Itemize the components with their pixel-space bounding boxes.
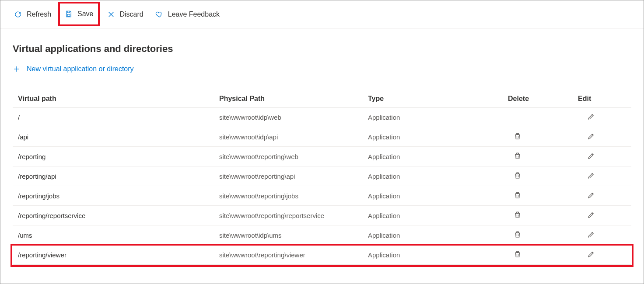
save-icon bbox=[64, 10, 73, 18]
pencil-icon bbox=[587, 152, 595, 161]
col-physical-path: Physical Path bbox=[219, 95, 368, 103]
trash-icon bbox=[514, 172, 522, 181]
table-row: /reportingsite\wwwroot\reporting\webAppl… bbox=[13, 147, 631, 166]
cell-virtual-path: /reporting/reportservice bbox=[18, 212, 219, 219]
plus-icon bbox=[13, 65, 21, 73]
pencil-icon bbox=[587, 231, 595, 240]
edit-button[interactable] bbox=[584, 249, 598, 260]
cell-delete bbox=[508, 249, 578, 260]
cell-virtual-path: /reporting/viewer bbox=[18, 251, 219, 259]
cell-type: Application bbox=[368, 212, 508, 219]
cell-physical-path: site\wwwroot\reporting\web bbox=[219, 153, 368, 160]
virtual-apps-table: Virtual path Physical Path Type Delete E… bbox=[13, 90, 631, 265]
cell-delete bbox=[508, 230, 578, 240]
delete-button[interactable] bbox=[511, 210, 525, 221]
pencil-icon bbox=[587, 132, 595, 142]
cell-virtual-path: /ums bbox=[18, 232, 219, 239]
pencil-icon bbox=[587, 113, 595, 122]
col-virtual-path: Virtual path bbox=[18, 95, 219, 103]
cell-physical-path: site\wwwroot\reporting\api bbox=[219, 173, 368, 180]
trash-icon bbox=[514, 132, 522, 142]
pencil-icon bbox=[587, 191, 595, 201]
trash-icon bbox=[514, 231, 522, 240]
cell-virtual-path: /api bbox=[18, 133, 219, 141]
col-delete: Delete bbox=[508, 95, 578, 103]
cell-virtual-path: /reporting/jobs bbox=[18, 192, 219, 200]
delete-button[interactable] bbox=[511, 190, 525, 201]
table-row: /umssite\wwwroot\idp\umsApplication bbox=[13, 225, 631, 245]
cell-edit bbox=[578, 132, 626, 142]
cell-type: Application bbox=[368, 232, 508, 239]
edit-button[interactable] bbox=[584, 190, 598, 201]
heart-icon bbox=[155, 10, 164, 19]
trash-icon bbox=[514, 211, 522, 220]
cell-physical-path: site\wwwroot\idp\web bbox=[219, 114, 368, 121]
delete-button[interactable] bbox=[511, 249, 525, 260]
refresh-label: Refresh bbox=[27, 10, 51, 18]
cell-virtual-path: /reporting bbox=[18, 153, 219, 160]
page-title: Virtual applications and directories bbox=[13, 43, 631, 55]
table-row: /reporting/apisite\wwwroot\reporting\api… bbox=[13, 166, 631, 186]
toolbar: Refresh Save Discard bbox=[0, 0, 644, 28]
table-row: /site\wwwroot\idp\webApplication bbox=[13, 107, 631, 127]
table-row: /apisite\wwwroot\idp\apiApplication bbox=[13, 127, 631, 147]
cell-physical-path: site\wwwroot\idp\api bbox=[219, 133, 368, 141]
edit-button[interactable] bbox=[584, 151, 598, 162]
cell-physical-path: site\wwwroot\idp\ums bbox=[219, 232, 368, 239]
edit-button[interactable] bbox=[584, 230, 598, 240]
delete-button[interactable] bbox=[511, 230, 525, 240]
save-button[interactable]: Save bbox=[58, 2, 99, 26]
table-row: /reporting/jobssite\wwwroot\reporting\jo… bbox=[13, 186, 631, 206]
cell-delete bbox=[508, 171, 578, 181]
cell-edit bbox=[578, 249, 626, 260]
content-area: Virtual applications and directories New… bbox=[0, 28, 644, 265]
cell-delete bbox=[508, 190, 578, 201]
feedback-label: Leave Feedback bbox=[168, 10, 220, 18]
cell-edit bbox=[578, 112, 626, 122]
cell-delete bbox=[508, 151, 578, 162]
cell-edit bbox=[578, 190, 626, 201]
cell-physical-path: site\wwwroot\reporting\reportservice bbox=[219, 212, 368, 219]
add-virtual-app-label: New virtual application or directory bbox=[27, 65, 134, 73]
edit-button[interactable] bbox=[584, 112, 598, 122]
table-header: Virtual path Physical Path Type Delete E… bbox=[13, 90, 631, 107]
trash-icon bbox=[514, 152, 522, 161]
save-label: Save bbox=[77, 10, 93, 18]
table-row: /reporting/reportservicesite\wwwroot\rep… bbox=[13, 206, 631, 225]
refresh-button[interactable]: Refresh bbox=[9, 7, 56, 21]
cell-edit bbox=[578, 230, 626, 240]
cell-type: Application bbox=[368, 153, 508, 160]
cell-type: Application bbox=[368, 173, 508, 180]
cell-physical-path: site\wwwroot\reporting\viewer bbox=[219, 251, 368, 259]
discard-button[interactable]: Discard bbox=[102, 7, 148, 21]
cell-edit bbox=[578, 210, 626, 221]
edit-button[interactable] bbox=[584, 132, 598, 142]
cell-type: Application bbox=[368, 251, 508, 259]
edit-button[interactable] bbox=[584, 210, 598, 221]
cell-delete bbox=[508, 132, 578, 142]
col-edit: Edit bbox=[578, 95, 626, 103]
cell-edit bbox=[578, 171, 626, 181]
discard-label: Discard bbox=[120, 10, 144, 18]
cell-type: Application bbox=[368, 114, 508, 121]
trash-icon bbox=[514, 250, 522, 260]
add-virtual-app-button[interactable]: New virtual application or directory bbox=[13, 65, 631, 73]
cell-delete bbox=[508, 210, 578, 221]
edit-button[interactable] bbox=[584, 171, 598, 181]
cell-virtual-path: /reporting/api bbox=[18, 173, 219, 180]
cell-virtual-path: / bbox=[18, 114, 219, 121]
cell-edit bbox=[578, 151, 626, 162]
col-type: Type bbox=[368, 95, 508, 103]
cell-type: Application bbox=[368, 133, 508, 141]
pencil-icon bbox=[587, 250, 595, 260]
table-body: /site\wwwroot\idp\webApplication/apisite… bbox=[13, 107, 631, 265]
delete-button[interactable] bbox=[511, 171, 525, 181]
table-row: /reporting/viewersite\wwwroot\reporting\… bbox=[13, 245, 631, 265]
delete-button[interactable] bbox=[511, 132, 525, 142]
pencil-icon bbox=[587, 211, 595, 220]
leave-feedback-button[interactable]: Leave Feedback bbox=[150, 7, 224, 21]
close-icon bbox=[107, 10, 116, 19]
refresh-icon bbox=[14, 10, 22, 19]
pencil-icon bbox=[587, 172, 595, 181]
delete-button[interactable] bbox=[511, 151, 525, 162]
